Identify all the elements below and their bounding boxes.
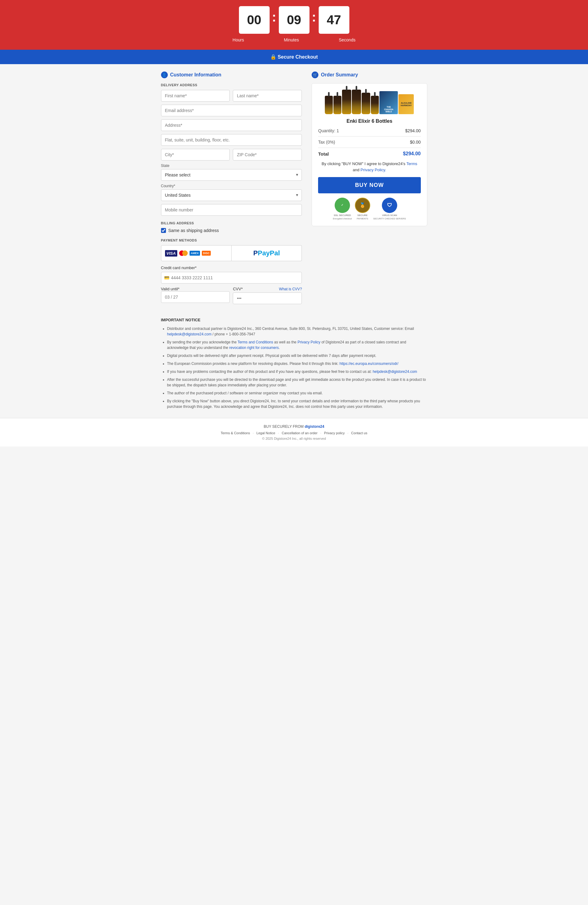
quantity-line: Quantity: 1 $294.00 [318,128,420,133]
ssl-badge-icon: ✓ [334,198,350,213]
cvv-label-row: CVV* What is CVV? [233,287,302,291]
ssl-badge-label1: SSL SECURED [334,214,351,217]
shield-icon: 🛡 [387,203,392,208]
helpdesk-link-1[interactable]: helpdesk@digistore24.com [167,332,212,337]
credit-cards-box[interactable]: VISA AMEX DISC [161,245,231,261]
delivery-address-label: DELIVERY ADDRESS [161,83,302,87]
colon-2: : [312,10,316,25]
minutes-label: Minutes [284,37,299,42]
payment-methods-section: PAYMENT METHODS VISA AMEX DISC PPayPal [161,238,302,304]
footer-privacy-link[interactable]: Privacy policy [324,431,344,435]
zip-field [233,149,302,160]
timer-display: 00 : 09 : 47 [0,6,588,34]
credit-card-number-label: Credit card number* [161,265,302,270]
chakra-bible-book: THECHAKRABIBLE [379,91,398,114]
country-wrapper: Country* United States Canada United Kin… [161,184,302,201]
notice-item-4: The European Commission provides a new p… [167,361,427,367]
total-value: $294.00 [403,151,421,157]
ssl-badge-label2: Encrypted checkout [333,218,352,220]
left-column: 👤 Customer Information DELIVERY ADDRESS [161,71,302,304]
order-divider-2 [318,148,420,148]
main-content: 👤 Customer Information DELIVERY ADDRESS [156,64,432,311]
footer-copyright: © 2025 Digistore24 Inc., all rights rese… [5,437,583,440]
ec-link[interactable]: https://ec.europa.eu/consumers/odr/ [339,362,398,366]
quantity-value: $294.00 [405,128,421,133]
mastercard-logo [179,251,188,256]
mobile-input[interactable] [161,204,302,216]
right-column: 🛒 Order Summary THECHAKRABIBLE ALKALINEH… [312,71,427,226]
quantity-label: Quantity: 1 [318,128,339,133]
first-name-field [161,90,230,102]
bottle-4 [352,90,361,114]
notice-item-1: Distributor and contractual partner is D… [167,326,427,337]
bottle-3 [342,90,351,114]
important-notice-section: IMPORTANT NOTICE Distributor and contrac… [156,311,432,418]
minutes-block: 09 [279,6,309,34]
expiry-input[interactable] [161,291,230,303]
payment-methods-label: PAYMENT METHODS [161,238,302,242]
email-input[interactable] [161,105,302,116]
agree-text: By clicking "BUY NOW" I agree to Digisto… [318,161,420,173]
same-as-shipping-checkbox[interactable] [161,228,166,233]
helpdesk-link-2[interactable]: helpdesk@digistore24.com [372,370,417,374]
bottle-5 [361,93,370,114]
notice-item-6: After the successful purchase you will b… [167,377,427,388]
footer: BUY SECURELY FROM digistore24 Terms & Co… [0,418,588,446]
cc-number-input[interactable] [161,272,302,284]
paypal-p: P [254,249,258,257]
footer-buy-from: BUY SECURELY FROM digistore24 [5,424,583,429]
footer-contact-link[interactable]: Contact us [351,431,368,435]
footer-cancel-link[interactable]: Cancellation of an order [282,431,317,435]
address2-input[interactable] [161,134,302,146]
ssl-badge: ✓ SSL SECURED Encrypted checkout [333,198,352,220]
cvv-field: CVV* What is CVV? [233,287,302,304]
paypal-text: PayPal [258,249,280,257]
footer-terms-link[interactable]: Terms & Conditions [221,431,250,435]
order-summary-header: 🛒 Order Summary [312,71,427,78]
address2-field [161,134,302,146]
what-is-cvv-link[interactable]: What is CVV? [279,287,302,291]
notice-title: IMPORTANT NOTICE [161,318,427,322]
tax-line: Tax (0%) $0.00 [318,140,420,144]
billing-checkbox-row: Same as shipping address [161,228,302,233]
revocation-link[interactable]: revocation right for consumers [229,346,279,350]
credit-card-icon: 💳 [164,275,169,280]
buy-from-label: BUY SECURELY FROM [264,424,304,429]
virus-scan-badge: 🛡 VIRUS SCAN SECURITY CHECKED SERVERS [373,198,406,220]
city-input[interactable] [161,149,230,160]
seconds-block: 47 [319,6,349,34]
state-wrapper: State Please select Alabama California F… [161,164,302,181]
name-row [161,90,302,102]
tax-label: Tax (0%) [318,140,335,144]
secure-checkout-bar: 🔒 Secure Checkout [0,50,588,64]
cvv-input[interactable] [233,292,302,304]
secure-badge-label1: SECURE [357,214,368,217]
billing-section: BILLING ADDRESS Same as shipping address [161,221,302,233]
privacy-policy-link[interactable]: Privacy Policy. [360,168,386,172]
customer-info-header: 👤 Customer Information [161,71,302,78]
expiry-cvv-row: Valid until* CVV* What is CVV? [161,287,302,304]
terms-link[interactable]: Terms [406,162,417,166]
country-select[interactable]: United States Canada United Kingdom [161,189,302,201]
tax-value: $0.00 [410,140,420,144]
last-name-input[interactable] [233,90,302,102]
hours-value: 00 [247,14,262,26]
hours-label: Hours [233,37,244,42]
customer-icon: 👤 [161,71,168,78]
first-name-input[interactable] [161,90,230,102]
order-divider-1 [318,136,420,137]
privacy-policy-link-2[interactable]: Privacy Policy [298,340,320,345]
bottle-1 [325,96,333,114]
zip-input[interactable] [233,149,302,160]
buy-now-button[interactable]: BUY NOW [318,177,420,193]
state-select[interactable]: Please select Alabama California Florida… [161,169,302,181]
cart-icon: 🛒 [312,71,319,78]
discover-logo: DISC [202,251,211,256]
paypal-box[interactable]: PPayPal [231,245,302,261]
guarantee-icon: 🏅 [360,203,366,208]
footer-legal-link[interactable]: Legal Notice [257,431,275,435]
terms-conditions-link[interactable]: Terms and Conditions [238,340,273,345]
seconds-value: 47 [326,14,341,26]
paypal-logo: PPayPal [254,249,280,257]
address-input[interactable] [161,119,302,131]
